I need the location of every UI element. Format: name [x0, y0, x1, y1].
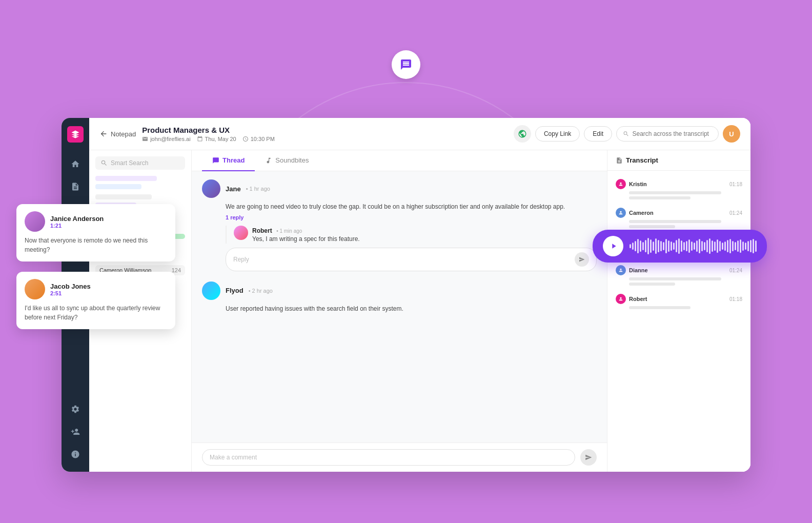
- transcript-item-robert-2: Robert 01:18: [607, 290, 750, 313]
- wave-bar: [709, 238, 710, 254]
- transcript-avatar-cameron: [616, 208, 626, 218]
- wave-bar: [735, 242, 736, 250]
- transcript-avatar-kristin: [616, 179, 626, 189]
- sidebar-item-add-user[interactable]: [66, 423, 85, 441]
- time-meta: 10:30 PM: [242, 136, 275, 142]
- wave-bar: [653, 242, 654, 251]
- time-jane: • 1 hr ago: [246, 186, 270, 192]
- wave-bar: [671, 242, 672, 251]
- edit-button[interactable]: Edit: [584, 126, 612, 142]
- main-content: Notepad Product Managers & UX john@firef…: [89, 118, 750, 472]
- wave-bar: [732, 241, 734, 251]
- wave-bar: [630, 244, 631, 248]
- reply-text-robert: Yes, I am writing a spec for this featur…: [252, 235, 360, 244]
- audio-player[interactable]: [593, 230, 767, 263]
- app-header: Notepad Product Managers & UX john@firef…: [89, 118, 750, 150]
- wave-bar: [635, 241, 636, 251]
- back-arrow-icon: [99, 130, 108, 138]
- wave-bar: [742, 242, 744, 251]
- wave-bar: [719, 241, 721, 251]
- reply-time-robert: • 1 min ago: [276, 228, 302, 234]
- sidebar-item-home[interactable]: [66, 155, 85, 173]
- wave-bar: [673, 243, 675, 250]
- tab-soundbites-label: Soundbites: [275, 156, 309, 164]
- content-area: Smart Search SENTIMENTS: [89, 150, 750, 472]
- wave-bar: [722, 243, 723, 250]
- tab-soundbites[interactable]: Soundbites: [255, 150, 319, 171]
- transcript-item-header-dianne: Dianne 01:24: [616, 265, 742, 275]
- sidebar-item-docs[interactable]: [66, 177, 85, 196]
- transcript-time-cameron: 01:24: [729, 210, 742, 216]
- email-icon: [142, 136, 148, 142]
- comment-input[interactable]: [202, 449, 575, 466]
- wave-bar: [727, 240, 728, 252]
- wave-bar: [740, 239, 741, 253]
- sidebar-item-info[interactable]: [66, 445, 85, 464]
- person-icon-5: [618, 296, 623, 301]
- wave-bar: [696, 240, 698, 252]
- wave-bar: [729, 239, 731, 253]
- transcript-items-list: Kristin 01:18 Cameron 01:: [607, 171, 750, 472]
- avatar-robert-reply: [234, 226, 248, 240]
- transcript-item-header-cameron: Cameron 01:24: [616, 208, 742, 218]
- speaker-count: 124: [172, 267, 181, 273]
- comment-send-button[interactable]: [580, 449, 597, 466]
- transcript-item-header-robert-2: Robert 01:18: [616, 294, 742, 304]
- email-value: john@fireflies.ai: [150, 136, 190, 142]
- sidebar-item-settings[interactable]: [66, 400, 85, 418]
- send-icon: [579, 256, 585, 263]
- wave-bar: [676, 240, 677, 252]
- transcript-line-7: [629, 277, 721, 280]
- wave-bar: [688, 239, 690, 253]
- reply-count-jane[interactable]: 1 reply: [226, 214, 597, 220]
- settings-icon: [71, 405, 80, 414]
- reply-text-input[interactable]: [233, 256, 575, 263]
- wave-bar: [724, 242, 726, 251]
- home-icon: [71, 159, 80, 169]
- avatar-jane: [202, 179, 220, 198]
- clock-icon: [242, 136, 249, 142]
- transcript-line-9: [629, 306, 691, 309]
- reply-input[interactable]: [226, 248, 597, 271]
- header-meta: john@fireflies.ai Thu, May 20 10:30 PM: [142, 136, 508, 142]
- smart-search-bar[interactable]: Smart Search: [95, 156, 185, 170]
- card-info-janice: Janice Anderson 1:21: [50, 215, 104, 229]
- globe-icon: [518, 129, 527, 138]
- tab-thread[interactable]: Thread: [202, 150, 255, 171]
- play-button[interactable]: [603, 236, 623, 256]
- smart-search-label: Smart Search: [111, 159, 148, 167]
- smart-search-icon: [100, 159, 108, 167]
- transcript-speaker-dianne: Dianne: [629, 267, 648, 273]
- transcript-search[interactable]: [616, 126, 719, 142]
- wave-bar: [714, 242, 716, 251]
- document-icon: [71, 182, 80, 191]
- back-button[interactable]: Notepad: [99, 130, 136, 138]
- thread-messages: Jane • 1 hr ago We are going to need vid…: [192, 171, 607, 442]
- transcript-time-kristin: 01:18: [729, 182, 742, 187]
- wave-bar: [650, 239, 652, 253]
- reply-content-robert: Robert • 1 min ago Yes, I am writing a s…: [252, 226, 360, 244]
- copy-link-button[interactable]: Copy Link: [535, 126, 580, 142]
- transcript-line-1: [629, 191, 721, 194]
- search-input[interactable]: [633, 130, 712, 137]
- card-time-jacob: 2:51: [50, 290, 91, 296]
- globe-button[interactable]: [514, 125, 531, 143]
- wave-bar: [737, 240, 739, 252]
- wave-bar: [637, 239, 639, 253]
- wave-bar: [750, 240, 752, 252]
- transcript-time-dianne: 01:24: [729, 268, 742, 273]
- transcript-time-robert-2: 01:18: [729, 296, 742, 302]
- card-time-janice: 1:21: [50, 223, 104, 229]
- person-icon-4: [618, 268, 623, 273]
- wave-bar: [668, 240, 669, 252]
- info-icon: [71, 450, 80, 459]
- transcript-line-8: [629, 283, 675, 286]
- reply-message-robert: Robert • 1 min ago Yes, I am writing a s…: [234, 226, 597, 244]
- message-header-flyod: Flyod • 2 hr ago: [202, 281, 597, 300]
- transcript-avatar-robert-2: [616, 294, 626, 304]
- wave-bar: [745, 243, 746, 250]
- reply-send-button[interactable]: [575, 252, 589, 267]
- wave-bar: [704, 242, 705, 250]
- wave-bar: [683, 242, 685, 250]
- wave-bar: [694, 243, 695, 250]
